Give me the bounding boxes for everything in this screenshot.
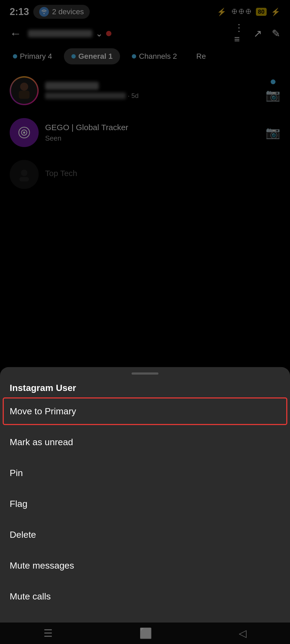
sheet-handle-row bbox=[0, 367, 290, 377]
menu-item-label-flag: Flag bbox=[10, 499, 27, 509]
sheet-handle bbox=[132, 372, 158, 375]
menu-item-label-pin: Pin bbox=[10, 468, 23, 478]
menu-item-label-move-primary: Move to Primary bbox=[10, 406, 76, 416]
menu-item-flag[interactable]: Flag bbox=[0, 488, 290, 519]
menu-item-move-primary[interactable]: Move to Primary bbox=[0, 396, 290, 427]
menu-item-label-mark-unread: Mark as unread bbox=[10, 437, 73, 447]
menu-item-mute-messages[interactable]: Mute messages bbox=[0, 550, 290, 581]
menu-item-label-delete: Delete bbox=[10, 529, 36, 540]
menu-item-label-mute-messages: Mute messages bbox=[10, 560, 74, 571]
menu-item-mark-unread[interactable]: Mark as unread bbox=[0, 427, 290, 458]
bottom-sheet: Instagram User Move to Primary Mark as u… bbox=[0, 367, 290, 623]
menu-item-label-mute-calls: Mute calls bbox=[10, 591, 51, 602]
sheet-title: Instagram User bbox=[0, 377, 290, 396]
menu-item-mute-calls[interactable]: Mute calls bbox=[0, 581, 290, 612]
menu-item-delete[interactable]: Delete bbox=[0, 519, 290, 550]
menu-item-pin[interactable]: Pin bbox=[0, 458, 290, 488]
